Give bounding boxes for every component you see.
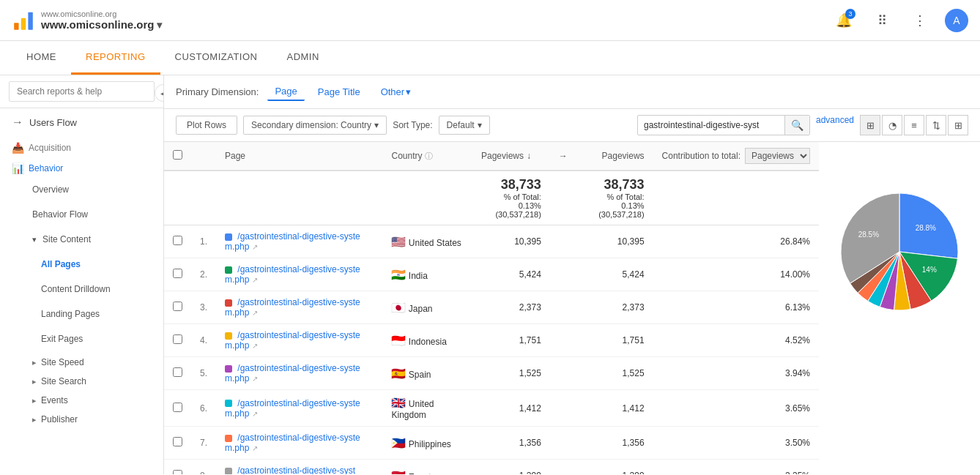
row-checkbox[interactable] [173,236,182,245]
chevron-right-icon2: ▸ [32,377,37,386]
page-link[interactable]: /gastrointestinal-digestive-syste m.php [225,433,360,453]
row-checkbox[interactable] [173,269,182,278]
sidebar-label-acquisition: Acquisition [29,143,71,153]
notifications-btn[interactable]: 🔔 3 [831,7,857,34]
row-checkbox[interactable] [173,334,182,344]
view-pie-btn[interactable]: ◔ [882,115,902,135]
row-pageviews: 1,751 [472,324,550,357]
row-pageviews2: 1,751 [576,324,653,357]
sidebar-section-publisher[interactable]: ▸ Publisher [0,408,163,427]
page-link[interactable]: /gastrointestinal-digestive-syste m.php [225,398,360,419]
row-checkbox[interactable] [173,437,182,446]
sidebar-item-users-flow[interactable]: → Users Flow [0,108,163,136]
tab-reporting[interactable]: REPORTING [71,41,160,75]
search-box [0,75,163,108]
sidebar-item-content-drilldown[interactable]: Content Drilldown [0,277,163,302]
sidebar-section-events[interactable]: ▸ Events [0,389,163,408]
total-pageviews2: 38,733 % of Total: 0.13% (30,537,218) [576,171,653,225]
behavior-icon: 📊 [12,162,24,174]
more-btn[interactable]: ⋮ [907,7,933,34]
svg-rect-0 [14,23,18,30]
row-spacer [550,357,576,390]
external-link-icon: ↗ [252,375,258,383]
page-link[interactable]: /gastrointestinal-digestive-syste m.php [225,363,360,384]
sidebar-label-behavior-flow: Behavior Flow [32,209,88,220]
country-name: Egypt [409,472,431,475]
data-table: Page Country ⓘ Pageviews ↓ [164,142,819,474]
tab-admin[interactable]: ADMIN [272,41,333,75]
page-link[interactable]: /gastrointestinal-digestive-syste m.php [225,231,360,252]
row-pageviews2: 1,525 [576,357,653,390]
avatar-letter: A [953,15,959,26]
row-page: /gastrointestinal-digestive-syste m.php … [216,357,382,390]
pie-chart: 28.8%14%28.5% [834,186,965,318]
sidebar-label-publisher: Publisher [41,414,78,424]
row-contribution: 4.52% [653,324,819,357]
more-vert-icon: ⋮ [913,12,927,29]
other-dropdown-icon: ▾ [406,86,411,97]
sidebar-item-overview[interactable]: Overview [0,177,163,202]
sort-type-btn[interactable]: Default ▾ [439,116,490,135]
nav-arrow-icon[interactable]: → [559,151,568,161]
row-page: /gastrointestinal-digestive-syste m.php … [216,225,382,258]
row-num: 8. [191,460,216,475]
view-pivot-btn[interactable]: ⊞ [948,115,968,135]
dim-tab-other[interactable]: Other ▾ [374,83,419,100]
sidebar-section-site-speed[interactable]: ▸ Site Speed [0,351,163,370]
tab-home[interactable]: HOME [12,41,71,75]
country-name: Indonesia [409,337,447,347]
page-link[interactable]: /gastrointestinal-digestive-syst m.php [225,465,355,474]
main-layout: ◀ → Users Flow 📥 Acquisition 📊 Behavior … [0,75,980,474]
row-checkbox[interactable] [173,367,182,377]
chevron-down-icon: ▾ [32,235,37,244]
page-link[interactable]: /gastrointestinal-digestive-syste m.php [225,264,360,285]
sidebar-section-acquisition[interactable]: 📥 Acquisition [0,136,163,157]
table-search-btn[interactable]: 🔍 [784,116,809,135]
view-list-btn[interactable]: ≡ [904,115,924,135]
th-country: Country ⓘ [382,142,472,171]
page-link[interactable]: /gastrointestinal-digestive-syste m.php [225,330,360,351]
sidebar-item-behavior-flow[interactable]: Behavior Flow [0,202,163,227]
page-link[interactable]: /gastrointestinal-digestive-syste m.php [225,297,360,318]
sidebar-item-all-pages[interactable]: All Pages [0,252,163,277]
sidebar-item-landing-pages[interactable]: Landing Pages [0,302,163,326]
row-num: 2. [191,258,216,291]
row-checkbox[interactable] [173,470,182,474]
row-pageviews: 1,356 [472,427,550,460]
table-search-input[interactable] [638,116,784,134]
row-checkbox[interactable] [173,302,182,311]
advanced-link[interactable]: advanced [810,115,860,135]
dropdown-arrow-icon[interactable]: ▾ [157,19,162,31]
table-row: 3. /gastrointestinal-digestive-syste m.p… [164,291,819,324]
th-pageviews-sort[interactable]: Pageviews ↓ [472,142,550,171]
secondary-dim-btn[interactable]: Secondary dimension: Country ▾ [243,116,387,135]
site-url-large: www.omicsonline.org ▾ [41,18,162,31]
row-spacer [550,225,576,258]
sort-down-icon: ↓ [527,151,531,161]
apps-btn[interactable]: ⠿ [869,7,895,34]
view-grid-btn[interactable]: ⊞ [860,115,880,135]
row-contribution: 6.13% [653,291,819,324]
plot-rows-btn[interactable]: Plot Rows [176,116,237,135]
table-main: Page Country ⓘ Pageviews ↓ [164,142,819,474]
row-contribution: 26.84% [653,225,819,258]
tab-customization[interactable]: CUSTOMIZATION [160,41,272,75]
sidebar-section-site-search[interactable]: ▸ Site Search [0,370,163,389]
view-comparison-btn[interactable]: ⇅ [926,115,946,135]
site-info: www.omicsonline.org www.omicsonline.org … [41,10,162,31]
row-num: 5. [191,357,216,390]
dim-tab-page[interactable]: Page [267,83,304,101]
country-info-icon: ⓘ [425,152,433,160]
contribution-select[interactable]: Pageviews [745,148,810,164]
dim-tab-page-title[interactable]: Page Title [311,83,368,100]
avatar-btn[interactable]: A [945,9,968,32]
external-link-icon: ↗ [252,309,258,317]
sidebar-item-exit-pages[interactable]: Exit Pages [0,326,163,351]
row-num: 1. [191,225,216,258]
select-all-checkbox[interactable] [173,150,182,160]
sidebar-item-site-content[interactable]: ▾ Site Content [0,227,163,252]
sidebar-section-behavior[interactable]: 📊 Behavior [0,157,163,177]
search-input[interactable] [9,81,155,102]
row-checkbox[interactable] [173,403,182,412]
table-row: 1. /gastrointestinal-digestive-syste m.p… [164,225,819,258]
